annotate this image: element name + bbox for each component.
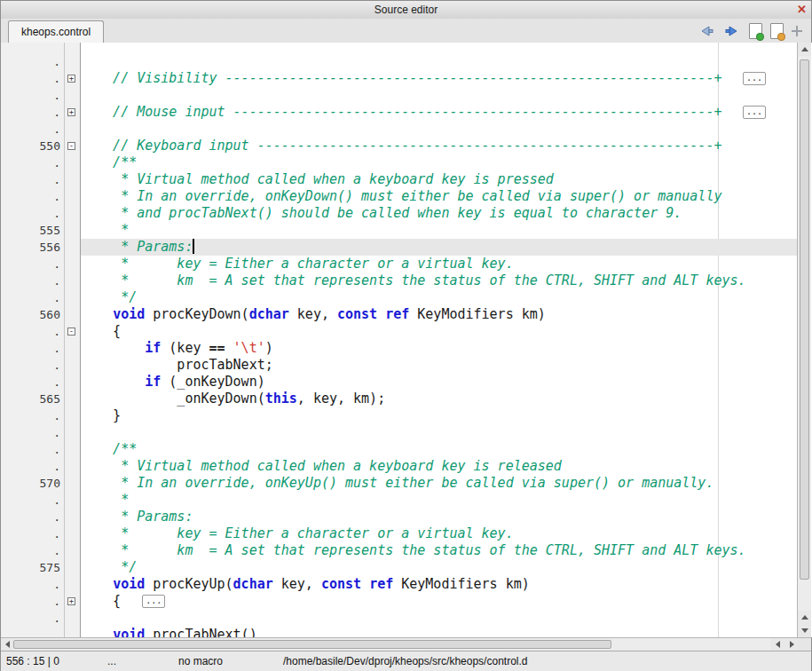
code-line[interactable]: . /** <box>1 154 799 171</box>
code-text[interactable]: if (_onKeyDown) <box>81 374 799 391</box>
code-line[interactable]: . void procKeyUp(dchar key, const ref Ke… <box>1 576 799 593</box>
code-text[interactable]: { <box>81 323 799 340</box>
scroll-down-button[interactable] <box>798 624 811 637</box>
code-line[interactable]: 556 * Params: <box>1 239 799 256</box>
fold-toggle-icon[interactable]: - <box>67 328 75 336</box>
fold-toggle-icon[interactable]: + <box>67 597 75 605</box>
code-line[interactable]: . * Virtual method called when a keyboar… <box>1 458 799 475</box>
code-line[interactable]: .+ // Mouse input ----------------------… <box>1 104 799 121</box>
dock-handle-icon[interactable] <box>792 26 802 36</box>
code-text[interactable]: {... <box>81 593 799 610</box>
scroll-left-button[interactable] <box>1 638 13 651</box>
code-text[interactable]: // Mouse input -------------------------… <box>81 104 799 121</box>
code-line[interactable]: . /** <box>1 441 799 458</box>
code-line[interactable]: 575 */ <box>1 559 799 576</box>
code-line[interactable]: . * km = A set that represents the statu… <box>1 542 799 559</box>
code-line[interactable]: . procTabNext; <box>1 357 799 374</box>
code-rows[interactable]: ..+ // Visibility ----------------------… <box>1 53 799 637</box>
code-text[interactable]: /** <box>81 154 799 171</box>
document-green-icon[interactable] <box>749 23 762 39</box>
code-line[interactable]: .+ // Visibility -----------------------… <box>1 70 799 87</box>
code-line[interactable]: . * key = Either a character or a virtua… <box>1 256 799 272</box>
code-line[interactable]: . * km = A set that represents the statu… <box>1 272 799 289</box>
code-text[interactable]: * In an override, onKeyDown() must eithe… <box>81 188 799 205</box>
code-text[interactable]: * and procTabNext() should be called whe… <box>81 205 799 222</box>
code-text[interactable] <box>81 121 799 138</box>
code-line[interactable]: .- { <box>1 323 799 340</box>
code-line[interactable]: 565 _onKeyDown(this, key, km); <box>1 391 799 407</box>
folded-code-ellipsis[interactable]: ... <box>743 72 766 85</box>
fold-toggle-icon[interactable]: + <box>67 108 75 116</box>
code-text[interactable] <box>81 53 799 70</box>
code-text[interactable]: * km = A set that represents the status … <box>81 542 799 559</box>
code-line[interactable]: . if (_onKeyDown) <box>1 374 799 391</box>
horizontal-scrollbar[interactable] <box>1 637 799 651</box>
code-text[interactable]: * <box>81 492 799 509</box>
line-number: . <box>1 357 65 374</box>
code-text[interactable]: _onKeyDown(this, key, km); <box>81 391 799 407</box>
titlebar[interactable]: Source editor ✕ <box>1 1 811 20</box>
line-number: . <box>1 542 65 559</box>
fold-toggle-icon[interactable]: + <box>67 75 75 83</box>
code-line[interactable]: 560 void procKeyDown(dchar key, const re… <box>1 306 799 323</box>
code-text[interactable]: * key = Either a character or a virtual … <box>81 256 799 272</box>
code-line[interactable]: . } <box>1 407 799 424</box>
go-back-icon[interactable] <box>698 24 715 38</box>
code-line[interactable]: . <box>1 87 799 104</box>
code-line[interactable]: . * and procTabNext() should be called w… <box>1 205 799 222</box>
vertical-scroll-thumb[interactable] <box>800 59 809 580</box>
code-line[interactable]: . * Params: <box>1 509 799 525</box>
go-forward-icon[interactable] <box>723 24 741 38</box>
code-text[interactable]: * Virtual method called when a keyboard … <box>81 458 799 475</box>
code-line[interactable]: . * Virtual method called when a keyboar… <box>1 171 799 188</box>
code-line[interactable]: . void procTabNext() <box>1 627 799 637</box>
folded-code-ellipsis[interactable]: ... <box>743 106 766 119</box>
code-text[interactable]: */ <box>81 559 799 576</box>
vertical-scrollbar[interactable] <box>797 43 811 637</box>
code-line[interactable]: 555 * <box>1 222 799 239</box>
code-text[interactable]: * Params: <box>81 239 799 256</box>
folded-code-ellipsis[interactable]: ... <box>142 595 165 608</box>
code-line[interactable]: . * In an override, onKeyDown() must eit… <box>1 188 799 205</box>
horizontal-scroll-thumb[interactable] <box>13 640 611 649</box>
code-text[interactable]: * In an override, onKeyUp() must either … <box>81 475 799 492</box>
code-line[interactable]: . */ <box>1 289 799 306</box>
code-text[interactable]: * Params: <box>81 509 799 525</box>
code-editor[interactable]: ..+ // Visibility ----------------------… <box>1 43 812 637</box>
code-line[interactable]: .+ {... <box>1 593 799 610</box>
code-text[interactable]: * km = A set that represents the status … <box>81 272 799 289</box>
code-line[interactable]: . * key = Either a character or a virtua… <box>1 525 799 542</box>
code-text[interactable]: void procKeyDown(dchar key, const ref Ke… <box>81 306 799 323</box>
scroll-up-button[interactable] <box>798 43 811 56</box>
code-text[interactable]: * key = Either a character or a virtual … <box>81 525 799 542</box>
code-line[interactable]: . <box>1 610 799 627</box>
code-text[interactable]: * <box>81 222 799 239</box>
code-line[interactable]: . * <box>1 492 799 509</box>
code-text[interactable]: if (key == '\t') <box>81 340 799 357</box>
document-orange-icon[interactable] <box>770 23 784 39</box>
code-text[interactable]: void procKeyUp(dchar key, const ref KeyM… <box>81 576 799 593</box>
code-text[interactable]: /** <box>81 441 799 458</box>
code-text[interactable]: void procTabNext() <box>81 627 799 637</box>
tab-kheops-control[interactable]: kheops.control <box>8 20 104 43</box>
close-icon[interactable]: ✕ <box>797 1 807 19</box>
code-line[interactable]: . <box>1 121 799 138</box>
code-text[interactable]: // Visibility --------------------------… <box>81 70 799 87</box>
code-line[interactable]: 550- // Keyboard input -----------------… <box>1 138 799 154</box>
code-line[interactable]: . <box>1 53 799 70</box>
code-line[interactable]: . <box>1 424 799 441</box>
code-line[interactable]: . if (key == '\t') <box>1 340 799 357</box>
code-text[interactable] <box>81 87 799 104</box>
code-line[interactable]: 570 * In an override, onKeyUp() must eit… <box>1 475 799 492</box>
code-text[interactable]: procTabNext; <box>81 357 799 374</box>
code-text[interactable]: */ <box>81 289 799 306</box>
code-text[interactable] <box>81 610 799 627</box>
code-text[interactable]: } <box>81 407 799 424</box>
fold-gutter-cell <box>65 525 81 542</box>
code-text[interactable]: // Keyboard input ----------------------… <box>81 138 799 154</box>
code-text[interactable]: * Virtual method called when a keyboard … <box>81 171 799 188</box>
scroll-left-button-2[interactable] <box>770 638 784 651</box>
code-text[interactable] <box>81 424 799 441</box>
fold-toggle-icon[interactable]: - <box>67 142 75 150</box>
scroll-up-button-2[interactable] <box>798 611 811 624</box>
